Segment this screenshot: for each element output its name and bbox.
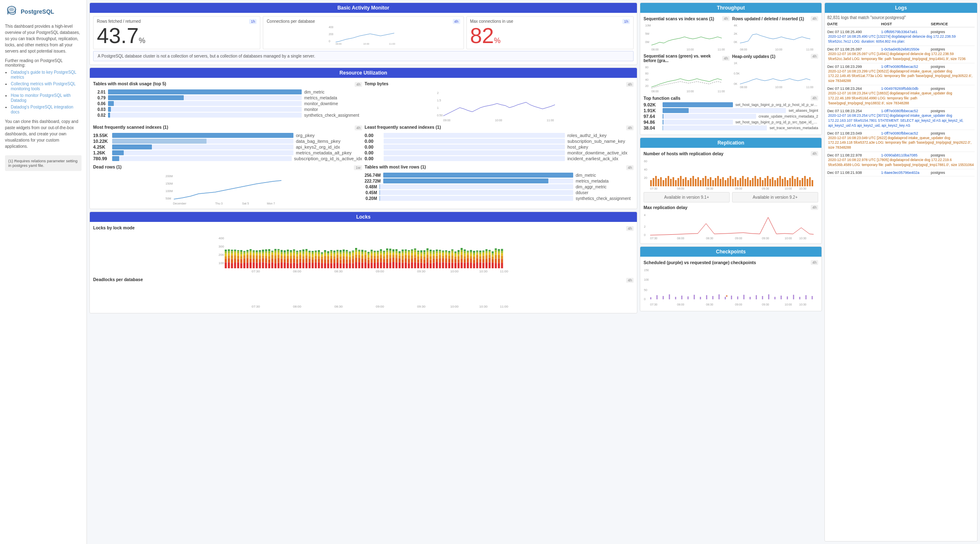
svg-text:07:30: 07:30 <box>252 270 260 273</box>
svg-rect-665 <box>777 178 778 186</box>
svg-rect-491 <box>461 248 463 250</box>
sidebar-link-4[interactable]: Datadog's PostgreSQL integration docs <box>11 105 73 114</box>
svg-rect-121 <box>271 258 274 262</box>
svg-rect-284 <box>355 255 357 258</box>
sidebar-link-2[interactable]: Collecting metrics with PostgreSQL monit… <box>11 82 75 91</box>
svg-rect-495 <box>464 253 466 256</box>
svg-rect-375 <box>402 253 404 256</box>
svg-rect-345 <box>386 252 388 255</box>
svg-rect-81 <box>250 253 252 255</box>
throughput-top-grid: Sequential scans vs index scans (1) 4h 1… <box>644 16 818 93</box>
svg-text:20: 20 <box>645 84 649 87</box>
svg-rect-338 <box>383 256 385 259</box>
svg-rect-673 <box>797 177 798 186</box>
svg-rect-424 <box>427 250 429 253</box>
seq-scans-chart: 10M 5M 0M 08:00 10:00 11:00 <box>644 22 730 51</box>
further-reading-label: Further reading on PostgreSQL monitoring… <box>5 58 82 67</box>
svg-rect-85 <box>253 258 255 262</box>
main-content: Basic Activity Monitor Rows fetched / re… <box>87 0 980 544</box>
disk-usage-title-row: Tables with most disk usage (top 5) 4h <box>93 81 362 88</box>
svg-rect-54 <box>237 262 239 268</box>
svg-rect-490 <box>461 250 463 252</box>
svg-rect-131 <box>274 249 276 250</box>
svg-rect-402 <box>417 263 419 268</box>
svg-rect-207 <box>315 253 317 256</box>
svg-rect-244 <box>334 252 336 254</box>
svg-rect-487 <box>461 258 463 262</box>
svg-rect-449 <box>439 250 441 251</box>
temp-bytes-title: Temp bytes <box>365 81 389 86</box>
svg-rect-530 <box>483 256 485 259</box>
svg-text:150: 150 <box>644 269 649 272</box>
svg-rect-724 <box>793 295 794 299</box>
svg-rect-59 <box>237 250 239 251</box>
svg-text:09:00: 09:00 <box>735 303 742 306</box>
resource-utilization-panel: Resource Utilization Tables with most di… <box>89 67 637 209</box>
svg-rect-214 <box>318 252 320 254</box>
svg-rect-155 <box>287 250 289 251</box>
top-func-section: Top function calls 4h 9.02K set_host_tag… <box>644 96 818 130</box>
svg-rect-439 <box>436 258 438 262</box>
svg-rect-630 <box>690 178 692 186</box>
svg-text:0: 0 <box>644 298 646 301</box>
svg-rect-106 <box>262 252 264 253</box>
svg-rect-225 <box>324 253 326 255</box>
svg-rect-168 <box>296 263 298 268</box>
svg-rect-46 <box>231 251 233 253</box>
live-rows-title: Tables with most live rows (1) <box>365 164 426 169</box>
svg-rect-316 <box>371 251 373 253</box>
sidebar-link-1[interactable]: Datadog's guide to key PostgreSQL metric… <box>11 70 76 79</box>
svg-rect-405 <box>417 254 419 256</box>
svg-rect-677 <box>807 179 808 186</box>
svg-text:09:00: 09:00 <box>735 237 742 240</box>
svg-rect-558 <box>498 263 500 268</box>
svg-text:08:00: 08:00 <box>677 187 685 190</box>
svg-rect-100 <box>259 252 261 253</box>
svg-rect-33 <box>225 253 227 256</box>
svg-rect-62 <box>240 256 243 259</box>
svg-rect-315 <box>371 253 373 255</box>
svg-text:09:30: 09:30 <box>762 303 769 306</box>
sidebar-link-3[interactable]: How to monitor PostgreSQL with Datadog <box>11 93 71 103</box>
svg-rect-714 <box>731 296 732 299</box>
svg-text:1K: 1K <box>734 62 737 65</box>
svg-rect-437 <box>433 250 435 252</box>
svg-rect-154 <box>287 251 289 254</box>
svg-rect-270 <box>349 263 351 268</box>
svg-rect-361 <box>396 258 398 262</box>
live-rows-section: Tables with most live rows (1) 4h 256.74… <box>365 164 634 205</box>
rows-updated-chart: 4K 2K 0K 08:00 10:00 11:00 <box>732 22 818 51</box>
svg-rect-540 <box>489 262 491 268</box>
svg-rect-621 <box>668 176 669 186</box>
svg-rect-215 <box>318 250 320 252</box>
list-item: 0.00 subscription_sub_name_key <box>365 139 634 144</box>
svg-rect-187 <box>305 258 307 262</box>
svg-rect-83 <box>250 249 252 250</box>
svg-rect-285 <box>355 252 357 255</box>
locks-badge: 4h <box>626 226 634 231</box>
svg-rect-637 <box>707 179 709 186</box>
svg-rect-384 <box>408 263 410 268</box>
locks-body: Locks by lock mode 4h 400 300 200 100 07… <box>90 222 637 313</box>
svg-rect-422 <box>427 255 429 258</box>
svg-rect-549 <box>492 255 494 256</box>
svg-rect-64 <box>240 252 243 254</box>
svg-rect-536 <box>485 255 488 259</box>
svg-rect-541 <box>489 258 491 262</box>
svg-rect-236 <box>330 256 332 259</box>
bam-header: Basic Activity Monitor <box>90 3 637 13</box>
sidebar: PostgreSQL This dashboard provides a hig… <box>0 0 87 544</box>
table-row: 0.02 synthetics_check_assignment <box>93 113 362 118</box>
svg-rect-545 <box>489 250 491 251</box>
svg-rect-216 <box>321 263 323 268</box>
svg-rect-103 <box>262 258 264 262</box>
log-row: Dec 07 11:08:21.938 1-8aee3ec05796e402a … <box>827 169 975 176</box>
svg-rect-149 <box>284 250 286 253</box>
svg-text:40: 40 <box>645 78 649 81</box>
svg-text:10:00: 10:00 <box>687 90 694 93</box>
svg-rect-259 <box>343 259 345 263</box>
svg-rect-143 <box>281 250 283 252</box>
svg-rect-129 <box>274 253 276 255</box>
svg-text:40: 40 <box>644 168 647 171</box>
live-rows: 256.74M dim_metric 222.72M metrics_metad… <box>365 173 634 201</box>
